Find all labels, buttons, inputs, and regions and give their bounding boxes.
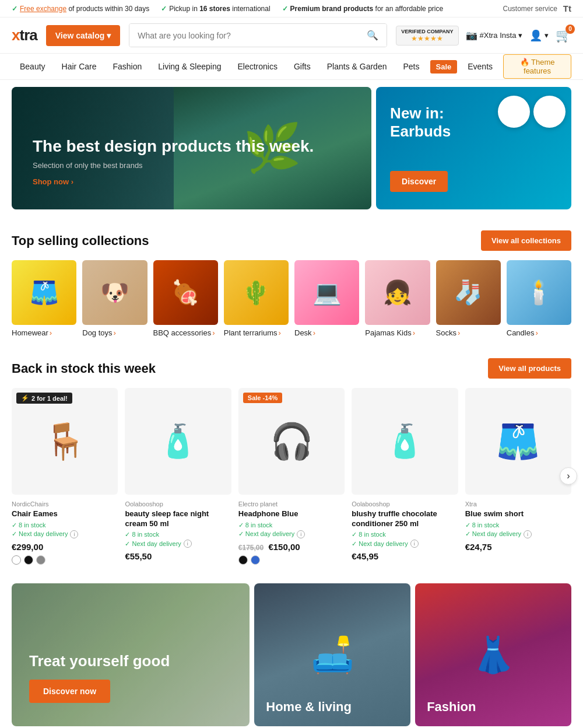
account-button[interactable]: 👤 ▾ — [529, 29, 549, 42]
cart-button[interactable]: 🛒 0 — [556, 28, 571, 43]
banner-main-content: Treat yourself good Discover now — [29, 652, 232, 703]
cart-count: 0 — [566, 24, 575, 34]
insta-label: #Xtra Insta ▾ — [480, 31, 522, 40]
banner-home-label: Home & living — [266, 699, 352, 715]
product-conditioner[interactable]: 🧴 Oolabooshop blushy truffle chocolate c… — [352, 388, 458, 564]
collection-homewear[interactable]: 🩳 Homewear › — [12, 260, 76, 337]
products-grid: 2 for 1 deal! 🪑 NordicChairs Chair Eames… — [12, 388, 571, 564]
product-brand: NordicChairs — [12, 501, 118, 508]
search-button[interactable]: 🔍 — [359, 24, 387, 47]
verified-text: VERIFIED COMPANY — [401, 29, 453, 34]
customer-service-link[interactable]: Customer service — [503, 5, 557, 13]
search-bar: 🔍 — [129, 23, 387, 47]
product-stock: ✓ 8 in stock — [12, 522, 118, 529]
product-price: €299,00 — [12, 542, 118, 552]
product-night-cream[interactable]: 🧴 Oolabooshop beauty sleep face night cr… — [125, 388, 231, 564]
nav-haircare[interactable]: Hair Care — [54, 54, 105, 79]
banner-discover-button[interactable]: Discover now — [29, 680, 110, 703]
nav-pets[interactable]: Pets — [395, 54, 427, 79]
collections-header: Top selling collections View all collect… — [12, 230, 571, 251]
top-bar-pickup: ✓ Pickup in 16 stores international — [161, 5, 270, 13]
hero-discover-button[interactable]: Discover — [390, 171, 448, 192]
hero-main-subtitle: Selection of only the best brands — [33, 161, 350, 170]
deal-badge: 2 for 1 deal! — [16, 393, 72, 404]
collection-pajamas[interactable]: 👧 Pajamas Kids › — [365, 260, 430, 337]
product-chair-eames[interactable]: 2 for 1 deal! 🪑 NordicChairs Chair Eames… — [12, 388, 118, 564]
hero-main-content: The best design products this week. Sele… — [33, 136, 350, 186]
swatch-black[interactable] — [24, 555, 33, 565]
product-headphone[interactable]: Sale -14% 🎧 Electro planet Headphone Blu… — [238, 388, 345, 564]
product-stock: ✓ 8 in stock — [352, 531, 458, 538]
info-icon[interactable]: i — [524, 530, 532, 538]
swatch-blue[interactable] — [251, 555, 260, 565]
font-size-icon[interactable]: Tt — [563, 4, 571, 13]
product-stock: ✓ 8 in stock — [125, 531, 231, 538]
nav-gifts[interactable]: Gifts — [286, 54, 319, 79]
swatch-gray[interactable] — [36, 555, 45, 565]
product-price: €175,00 €150,00 — [238, 542, 345, 552]
product-name: Headphone Blue — [238, 509, 345, 519]
products-next-button[interactable]: › — [560, 467, 577, 485]
nav-living[interactable]: Living & Sleeping — [150, 54, 229, 79]
nav-fashion[interactable]: Fashion — [105, 54, 150, 79]
product-brand: Electro planet — [238, 501, 345, 508]
product-swim-short[interactable]: 🩳 Xtra Blue swim short ✓ 8 in stock ✓ Ne… — [465, 388, 571, 564]
search-input[interactable] — [129, 24, 359, 47]
collection-candles[interactable]: 🕯️ Candles › — [507, 260, 571, 337]
view-all-collections-button[interactable]: View all collections — [481, 230, 571, 251]
collections-grid: 🩳 Homewear › 🐶 Dog toys › 🍖 BBQ accessor… — [12, 260, 571, 337]
product-name: beauty sleep face night cream 50 ml — [125, 509, 231, 529]
top-bar-exchange: ✓ Free exchange of products within 30 da… — [12, 5, 149, 13]
product-name: blushy truffle chocolate conditioner 250… — [352, 509, 458, 529]
nav-electronics[interactable]: Electronics — [230, 54, 286, 79]
collection-bbq[interactable]: 🍖 BBQ accessories › — [153, 260, 218, 337]
info-icon[interactable]: i — [410, 540, 419, 548]
products-header: Back in stock this week View all product… — [12, 358, 571, 379]
info-icon[interactable]: i — [70, 530, 78, 538]
product-stock: ✓ 8 in stock — [465, 522, 571, 529]
product-brand: Xtra — [465, 501, 571, 508]
hero-shop-now-link[interactable]: Shop now › — [33, 177, 73, 186]
product-stock: ✓ 8 in stock — [238, 522, 345, 529]
swatch-white[interactable] — [12, 555, 21, 565]
logo[interactable]: xtra — [12, 26, 37, 44]
hero-side-title-line1: New in: — [390, 104, 444, 122]
swatch-black[interactable] — [238, 555, 248, 565]
collection-plant[interactable]: 🌵 Plant terrariums › — [224, 260, 289, 337]
top-bar-premium: ✓ Premium brand products for an affordab… — [282, 5, 444, 13]
instagram-button[interactable]: 📷 #Xtra Insta ▾ — [466, 30, 522, 41]
collection-socks[interactable]: 🧦 Socks › — [436, 260, 501, 337]
info-icon[interactable]: i — [297, 530, 305, 538]
product-name: Chair Eames — [12, 509, 118, 519]
banner-fashion-label: Fashion — [427, 699, 476, 715]
nav-beauty[interactable]: Beauty — [12, 54, 54, 79]
product-delivery: ✓ Next day delivery i — [238, 530, 345, 538]
collection-desk[interactable]: 💻 Desk › — [294, 260, 359, 337]
banner-home-living[interactable]: 🛋️ Home & living — [254, 583, 410, 726]
products-wrapper: 2 for 1 deal! 🪑 NordicChairs Chair Eames… — [12, 388, 571, 564]
top-bar: ✓ Free exchange of products within 30 da… — [0, 0, 583, 18]
nav-events[interactable]: Events — [459, 54, 501, 79]
earbuds-image — [498, 96, 566, 128]
collections-section: Top selling collections View all collect… — [0, 216, 583, 344]
banner-fashion[interactable]: 👗 Fashion — [415, 583, 571, 726]
banner-treat-title: Treat yourself good — [29, 652, 232, 670]
product-delivery: ✓ Next day delivery i — [125, 540, 231, 548]
top-bar-left: ✓ Free exchange of products within 30 da… — [12, 5, 443, 13]
theme-features-button[interactable]: 🔥 Theme features — [503, 54, 571, 79]
header-right: VERIFIED COMPANY ★★★★★ 📷 #Xtra Insta ▾ 👤… — [396, 26, 571, 46]
header: xtra View catalog ▾ 🔍 VERIFIED COMPANY ★… — [0, 18, 583, 54]
nav-sale[interactable]: Sale — [430, 60, 458, 74]
top-bar-right: Customer service Tt — [503, 4, 571, 13]
color-swatches — [238, 555, 345, 565]
catalog-button[interactable]: View catalog ▾ — [46, 25, 120, 46]
view-all-products-button[interactable]: View all products — [488, 358, 571, 379]
sale-badge: Sale -14% — [243, 393, 282, 403]
nav-plants[interactable]: Plants & Garden — [319, 54, 395, 79]
collection-dogtoys[interactable]: 🐶 Dog toys › — [82, 260, 147, 337]
hero-side-title-line2: Earbuds — [390, 123, 451, 140]
info-icon[interactable]: i — [184, 540, 192, 548]
hero-main-banner: 🌿 The best design products this week. Se… — [12, 87, 371, 209]
bottom-banners: Treat yourself good Discover now 🛋️ Home… — [0, 572, 583, 728]
color-swatches — [12, 555, 118, 565]
